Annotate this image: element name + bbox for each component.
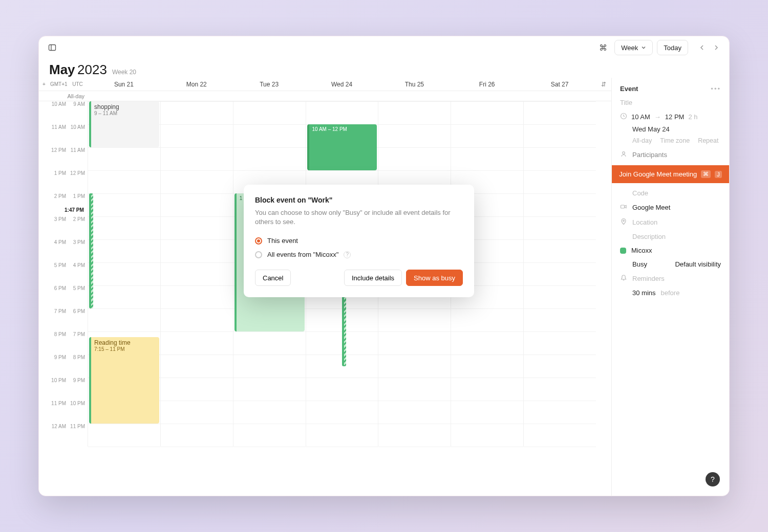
day-header-row: + GMT+1 UTC Sun 21 Mon 22 Tue 23 Wed 24 … xyxy=(39,78,611,91)
hour-label: 4 PM xyxy=(68,262,87,285)
participants-field[interactable]: Participants xyxy=(632,151,667,159)
collapse-timezone-icon[interactable]: ⇵ xyxy=(596,81,611,88)
view-selector-label: Week xyxy=(621,44,638,52)
participants-icon xyxy=(620,150,627,159)
add-timezone-icon[interactable]: + xyxy=(39,81,49,87)
command-icon[interactable]: ⌘ xyxy=(596,40,610,55)
svg-rect-4 xyxy=(621,205,625,208)
prev-week-button[interactable] xyxy=(695,41,709,54)
hour-label: 8 PM xyxy=(68,354,87,378)
event-start-time[interactable]: 10 AM xyxy=(631,113,650,121)
description-field[interactable]: Description xyxy=(632,233,666,240)
kbd-hint: J xyxy=(715,171,722,178)
arrow-right-icon: → xyxy=(654,113,661,121)
day-column[interactable] xyxy=(523,101,596,447)
all-day-toggle[interactable]: All-day xyxy=(632,137,652,144)
svg-rect-0 xyxy=(49,45,56,51)
hour-label: 11 PM xyxy=(49,401,68,424)
view-selector[interactable]: Week xyxy=(614,40,653,55)
help-icon[interactable]: ? xyxy=(344,251,351,258)
hour-label: 9 PM xyxy=(68,378,87,401)
day-header[interactable]: Thu 25 xyxy=(378,81,451,88)
video-icon xyxy=(620,203,627,212)
hour-label: 4 PM xyxy=(49,239,68,262)
event-end-time[interactable]: 12 PM xyxy=(665,113,685,121)
hour-label: 6 PM xyxy=(49,285,68,308)
svg-point-3 xyxy=(623,152,625,154)
reminder-value[interactable]: 30 mins xyxy=(632,289,656,297)
day-header[interactable]: Fri 26 xyxy=(451,81,523,88)
hour-label: 11 AM xyxy=(49,124,68,147)
timezone-button[interactable]: Time zone xyxy=(660,137,690,144)
event-stripe[interactable] xyxy=(89,193,93,308)
event-reading[interactable]: Reading time7:15 – 11 PM xyxy=(89,337,159,424)
radio-this-event[interactable]: This event xyxy=(255,234,463,248)
day-column[interactable] xyxy=(160,101,233,447)
radio-indicator xyxy=(255,251,262,258)
now-indicator: 1:47 PM xyxy=(63,207,85,213)
reminders-field[interactable]: Reminders xyxy=(632,275,665,282)
day-column[interactable]: shopping9 – 11 AMReading time7:15 – 11 P… xyxy=(88,101,160,447)
radio-indicator xyxy=(255,237,262,245)
repeat-button[interactable]: Repeat xyxy=(698,137,718,144)
event-panel: Event ••• Title 10 AM → 12 PM 2 h Wed Ma… xyxy=(611,78,729,496)
day-header[interactable]: Sat 27 xyxy=(523,81,596,88)
event-title-input[interactable]: Title xyxy=(620,99,721,106)
timezone-primary[interactable]: GMT+1 xyxy=(49,81,68,87)
cancel-button[interactable]: Cancel xyxy=(255,270,291,286)
event-shopping[interactable]: shopping9 – 11 AM xyxy=(89,101,159,147)
visibility-field[interactable]: Default visibility xyxy=(675,260,721,268)
hour-label: 2 PM xyxy=(68,216,87,239)
hour-label: 7 PM xyxy=(68,331,87,354)
code-field[interactable]: Code xyxy=(632,189,648,197)
calendar-name[interactable]: Micoxx xyxy=(631,247,652,254)
more-menu-icon[interactable]: ••• xyxy=(711,85,721,93)
help-fab[interactable]: ? xyxy=(706,472,720,486)
event-block-wed[interactable]: 10 AM – 12 PM xyxy=(307,124,377,170)
dialog-title: Block event on "Work" xyxy=(255,196,463,204)
bell-icon xyxy=(620,274,627,283)
today-button[interactable]: Today xyxy=(657,40,688,55)
calendar-color-chip[interactable] xyxy=(620,248,626,254)
hour-label: 12 PM xyxy=(49,147,68,170)
hour-label: 3 PM xyxy=(49,216,68,239)
dialog-description: You can choose to show only "Busy" or in… xyxy=(255,208,463,227)
app-window: ⌘ Week Today May 2023 Week 20 xyxy=(38,36,730,496)
day-header[interactable]: Mon 22 xyxy=(160,81,233,88)
reminder-suffix: before xyxy=(661,289,680,297)
location-field[interactable]: Location xyxy=(632,218,657,226)
day-header[interactable]: Sun 21 xyxy=(88,81,160,88)
hour-label: 5 PM xyxy=(68,285,87,308)
calendar-title: May 2023 Week 20 xyxy=(39,59,729,78)
hour-label: 11 PM xyxy=(68,424,87,447)
location-icon xyxy=(620,218,627,227)
hour-label: 12 AM xyxy=(49,424,68,447)
block-event-dialog: Block event on "Work" You can choose to … xyxy=(244,185,474,297)
toolbar: ⌘ Week Today xyxy=(39,36,729,59)
availability-field[interactable]: Busy xyxy=(632,260,647,268)
day-header[interactable]: Tue 23 xyxy=(233,81,306,88)
day-header[interactable]: Wed 24 xyxy=(306,81,378,88)
year-label: 2023 xyxy=(77,62,107,77)
hour-label: 3 PM xyxy=(68,239,87,262)
hour-label: 6 PM xyxy=(68,308,87,331)
timezone-secondary[interactable]: UTC xyxy=(68,81,87,87)
all-day-label: All-day xyxy=(39,93,88,99)
include-details-button[interactable]: Include details xyxy=(344,270,402,286)
event-duration: 2 h xyxy=(688,113,697,121)
join-meeting-button[interactable]: Join Google Meet meeting ⌘ J xyxy=(612,165,729,183)
kbd-hint: ⌘ xyxy=(701,170,711,178)
show-as-busy-button[interactable]: Show as busy xyxy=(406,270,463,286)
chevron-down-icon xyxy=(641,45,646,50)
sidebar-toggle-icon[interactable] xyxy=(45,40,59,55)
svg-point-5 xyxy=(623,220,625,221)
event-date[interactable]: Wed May 24 xyxy=(632,125,670,133)
radio-all-events[interactable]: All events from "Micoxx" ? xyxy=(255,248,463,261)
panel-heading: Event xyxy=(620,85,638,93)
hour-label: 10 PM xyxy=(49,378,68,401)
hour-label: 9 AM xyxy=(68,101,87,124)
all-day-row: All-day xyxy=(39,91,611,101)
conferencing-field[interactable]: Google Meet xyxy=(632,204,670,211)
hour-label: 5 PM xyxy=(49,262,68,285)
next-week-button[interactable] xyxy=(710,41,723,54)
